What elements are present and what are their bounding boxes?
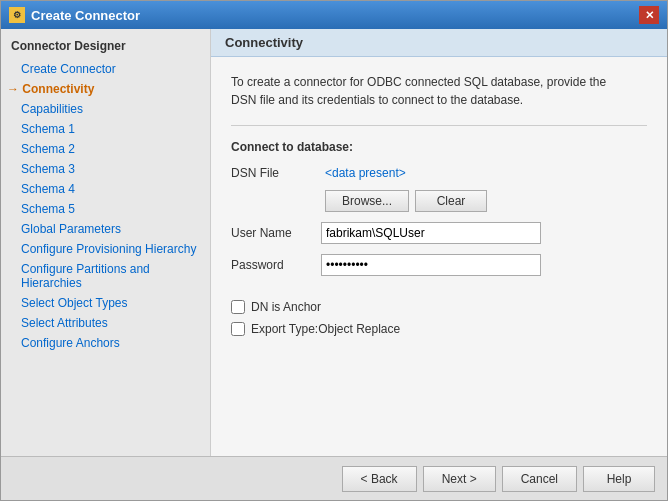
dn-anchor-checkbox[interactable] [231, 300, 245, 314]
sidebar-item-configure-partitions[interactable]: Configure Partitions and Hierarchies [1, 259, 210, 293]
sidebar-item-select-object-types[interactable]: Select Object Types [1, 293, 210, 313]
help-button[interactable]: Help [583, 466, 655, 492]
password-row: Password [231, 254, 647, 276]
title-bar: ⚙ Create Connector ✕ [1, 1, 667, 29]
close-button[interactable]: ✕ [639, 6, 659, 24]
title-bar-left: ⚙ Create Connector [9, 7, 140, 23]
sidebar-item-global-params[interactable]: Global Parameters [1, 219, 210, 239]
username-row: User Name [231, 222, 647, 244]
main-window: ⚙ Create Connector ✕ Connector Designer … [0, 0, 668, 501]
export-type-label: Export Type:Object Replace [251, 322, 400, 336]
next-button[interactable]: Next > [423, 466, 496, 492]
dsn-value: <data present> [321, 166, 647, 180]
sidebar-item-configure-anchors[interactable]: Configure Anchors [1, 333, 210, 353]
sidebar: Connector Designer Create Connector Conn… [1, 29, 211, 456]
sidebar-item-schema4[interactable]: Schema 4 [1, 179, 210, 199]
dn-anchor-row: DN is Anchor [231, 300, 647, 314]
password-label: Password [231, 258, 321, 272]
clear-button[interactable]: Clear [415, 190, 487, 212]
username-label: User Name [231, 226, 321, 240]
browse-clear-row: Browse... Clear [325, 190, 647, 212]
content-area: Connector Designer Create Connector Conn… [1, 29, 667, 456]
sidebar-item-select-attributes[interactable]: Select Attributes [1, 313, 210, 333]
main-panel: Connectivity To create a connector for O… [211, 29, 667, 456]
sidebar-item-capabilities[interactable]: Capabilities [1, 99, 210, 119]
description-text: To create a connector for ODBC connected… [231, 73, 631, 109]
export-type-row: Export Type:Object Replace [231, 322, 647, 336]
sidebar-item-create-connector[interactable]: Create Connector [1, 59, 210, 79]
dn-anchor-label: DN is Anchor [251, 300, 321, 314]
sidebar-item-schema3[interactable]: Schema 3 [1, 159, 210, 179]
username-input[interactable] [321, 222, 541, 244]
sidebar-item-configure-provisioning[interactable]: Configure Provisioning Hierarchy [1, 239, 210, 259]
sidebar-item-connectivity[interactable]: Connectivity [1, 79, 210, 99]
dsn-label: DSN File [231, 166, 321, 180]
sidebar-header: Connector Designer [1, 35, 210, 59]
dsn-row: DSN File <data present> [231, 166, 647, 180]
window-title: Create Connector [31, 8, 140, 23]
bottom-bar: < Back Next > Cancel Help [1, 456, 667, 500]
browse-button[interactable]: Browse... [325, 190, 409, 212]
panel-header: Connectivity [211, 29, 667, 57]
app-icon: ⚙ [9, 7, 25, 23]
connect-label: Connect to database: [231, 140, 647, 154]
sidebar-item-schema2[interactable]: Schema 2 [1, 139, 210, 159]
cancel-button[interactable]: Cancel [502, 466, 577, 492]
export-type-checkbox[interactable] [231, 322, 245, 336]
sidebar-item-schema5[interactable]: Schema 5 [1, 199, 210, 219]
divider [231, 125, 647, 126]
sidebar-item-schema1[interactable]: Schema 1 [1, 119, 210, 139]
panel-content: To create a connector for ODBC connected… [211, 57, 667, 456]
password-input[interactable] [321, 254, 541, 276]
back-button[interactable]: < Back [342, 466, 417, 492]
